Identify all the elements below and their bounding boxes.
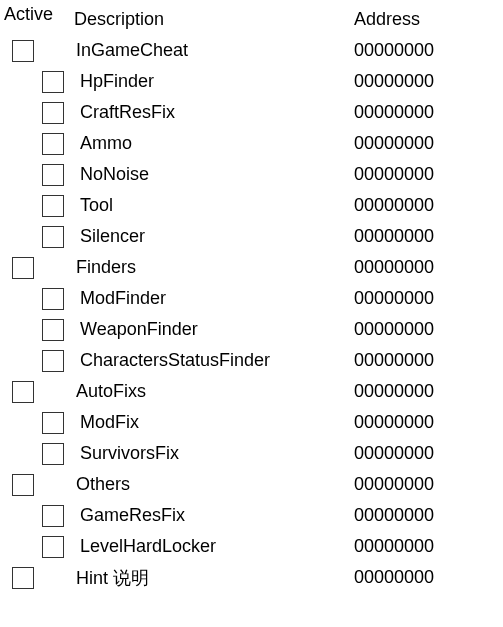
description-cell[interactable]: GameResFix xyxy=(74,505,354,526)
description-cell[interactable]: Silencer xyxy=(74,226,354,247)
active-cell xyxy=(4,283,74,314)
description-cell[interactable]: ModFinder xyxy=(74,288,354,309)
table-body: InGameCheat00000000HpFinder00000000Craft… xyxy=(4,35,499,593)
table-header: Active Description Address xyxy=(4,4,499,35)
active-checkbox[interactable] xyxy=(42,195,64,217)
active-checkbox[interactable] xyxy=(12,257,34,279)
active-checkbox[interactable] xyxy=(42,288,64,310)
active-checkbox[interactable] xyxy=(42,505,64,527)
active-cell xyxy=(4,97,74,128)
description-cell[interactable]: Finders xyxy=(74,257,354,278)
active-checkbox[interactable] xyxy=(42,133,64,155)
description-cell[interactable]: NoNoise xyxy=(74,164,354,185)
header-address[interactable]: Address xyxy=(354,9,474,30)
address-cell[interactable]: 00000000 xyxy=(354,288,474,309)
table-row[interactable]: CraftResFix00000000 xyxy=(4,97,499,128)
table-row[interactable]: CharactersStatusFinder00000000 xyxy=(4,345,499,376)
table-row[interactable]: WeaponFinder00000000 xyxy=(4,314,499,345)
description-cell[interactable]: AutoFixs xyxy=(74,381,354,402)
description-cell[interactable]: HpFinder xyxy=(74,71,354,92)
header-active[interactable]: Active xyxy=(4,4,74,35)
description-cell[interactable]: LevelHardLocker xyxy=(74,536,354,557)
active-cell xyxy=(4,500,74,531)
active-cell xyxy=(4,252,74,283)
address-cell[interactable]: 00000000 xyxy=(354,71,474,92)
active-cell xyxy=(4,407,74,438)
active-checkbox[interactable] xyxy=(42,319,64,341)
description-cell[interactable]: SurvivorsFix xyxy=(74,443,354,464)
address-cell[interactable]: 00000000 xyxy=(354,164,474,185)
address-cell[interactable]: 00000000 xyxy=(354,443,474,464)
address-cell[interactable]: 00000000 xyxy=(354,567,474,588)
address-cell[interactable]: 00000000 xyxy=(354,40,474,61)
table-row[interactable]: SurvivorsFix00000000 xyxy=(4,438,499,469)
table-row[interactable]: Hint 说明00000000 xyxy=(4,562,499,593)
description-cell[interactable]: Others xyxy=(74,474,354,495)
description-cell[interactable]: ModFix xyxy=(74,412,354,433)
active-cell xyxy=(4,469,74,500)
description-cell[interactable]: InGameCheat xyxy=(74,40,354,61)
table-row[interactable]: Tool00000000 xyxy=(4,190,499,221)
address-cell[interactable]: 00000000 xyxy=(354,505,474,526)
active-checkbox[interactable] xyxy=(42,536,64,558)
table-row[interactable]: AutoFixs00000000 xyxy=(4,376,499,407)
active-cell xyxy=(4,221,74,252)
active-checkbox[interactable] xyxy=(42,350,64,372)
address-cell[interactable]: 00000000 xyxy=(354,319,474,340)
active-checkbox[interactable] xyxy=(12,40,34,62)
address-cell[interactable]: 00000000 xyxy=(354,350,474,371)
table-row[interactable]: NoNoise00000000 xyxy=(4,159,499,190)
active-cell xyxy=(4,35,74,66)
active-checkbox[interactable] xyxy=(12,567,34,589)
active-cell xyxy=(4,438,74,469)
address-cell[interactable]: 00000000 xyxy=(354,381,474,402)
cheat-table: Active Description Address InGameCheat00… xyxy=(4,4,499,593)
table-row[interactable]: LevelHardLocker00000000 xyxy=(4,531,499,562)
active-cell xyxy=(4,376,74,407)
description-cell[interactable]: Hint 说明 xyxy=(74,566,354,590)
description-cell[interactable]: Ammo xyxy=(74,133,354,154)
active-checkbox[interactable] xyxy=(42,164,64,186)
address-cell[interactable]: 00000000 xyxy=(354,536,474,557)
active-cell xyxy=(4,159,74,190)
address-cell[interactable]: 00000000 xyxy=(354,195,474,216)
active-cell xyxy=(4,562,74,593)
table-row[interactable]: Finders00000000 xyxy=(4,252,499,283)
table-row[interactable]: Others00000000 xyxy=(4,469,499,500)
description-cell[interactable]: Tool xyxy=(74,195,354,216)
active-cell xyxy=(4,190,74,221)
table-row[interactable]: InGameCheat00000000 xyxy=(4,35,499,66)
description-cell[interactable]: CharactersStatusFinder xyxy=(74,350,354,371)
address-cell[interactable]: 00000000 xyxy=(354,102,474,123)
active-checkbox[interactable] xyxy=(42,226,64,248)
address-cell[interactable]: 00000000 xyxy=(354,133,474,154)
active-cell xyxy=(4,345,74,376)
table-row[interactable]: Ammo00000000 xyxy=(4,128,499,159)
address-cell[interactable]: 00000000 xyxy=(354,257,474,278)
active-cell xyxy=(4,531,74,562)
table-row[interactable]: HpFinder00000000 xyxy=(4,66,499,97)
description-cell[interactable]: WeaponFinder xyxy=(74,319,354,340)
address-cell[interactable]: 00000000 xyxy=(354,226,474,247)
active-cell xyxy=(4,66,74,97)
address-cell[interactable]: 00000000 xyxy=(354,412,474,433)
active-checkbox[interactable] xyxy=(12,474,34,496)
active-checkbox[interactable] xyxy=(42,412,64,434)
active-checkbox[interactable] xyxy=(42,443,64,465)
table-row[interactable]: ModFix00000000 xyxy=(4,407,499,438)
active-checkbox[interactable] xyxy=(42,102,64,124)
table-row[interactable]: GameResFix00000000 xyxy=(4,500,499,531)
header-description[interactable]: Description xyxy=(74,9,354,30)
active-cell xyxy=(4,314,74,345)
table-row[interactable]: ModFinder00000000 xyxy=(4,283,499,314)
description-cell[interactable]: CraftResFix xyxy=(74,102,354,123)
active-checkbox[interactable] xyxy=(42,71,64,93)
active-cell xyxy=(4,128,74,159)
active-checkbox[interactable] xyxy=(12,381,34,403)
address-cell[interactable]: 00000000 xyxy=(354,474,474,495)
table-row[interactable]: Silencer00000000 xyxy=(4,221,499,252)
